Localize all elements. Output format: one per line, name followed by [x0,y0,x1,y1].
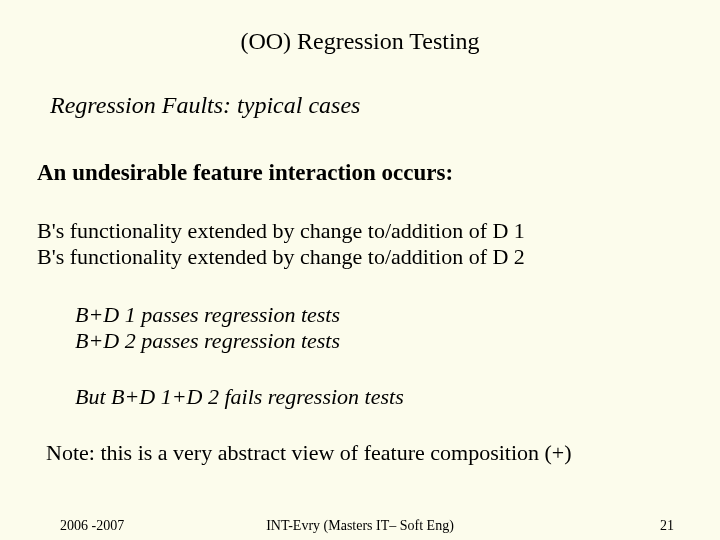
slide-title: (OO) Regression Testing [0,28,720,55]
slide: (OO) Regression Testing Regression Fault… [0,0,720,540]
footer-page-number: 21 [660,518,674,534]
body-line: B's functionality extended by change to/… [37,244,525,270]
body-paragraph-3: But B+D 1+D 2 fails regression tests [75,384,404,410]
section-heading: An undesirable feature interaction occur… [37,160,453,186]
body-line: B+D 2 passes regression tests [75,328,340,354]
body-line: B+D 1 passes regression tests [75,302,340,328]
body-paragraph-2: B+D 1 passes regression tests B+D 2 pass… [75,302,340,355]
footer-institution: INT-Evry (Masters IT– Soft Eng) [0,518,720,534]
note-line: Note: this is a very abstract view of fe… [46,440,572,466]
body-paragraph-1: B's functionality extended by change to/… [37,218,525,271]
slide-subtitle: Regression Faults: typical cases [50,92,360,119]
body-line: B's functionality extended by change to/… [37,218,525,244]
